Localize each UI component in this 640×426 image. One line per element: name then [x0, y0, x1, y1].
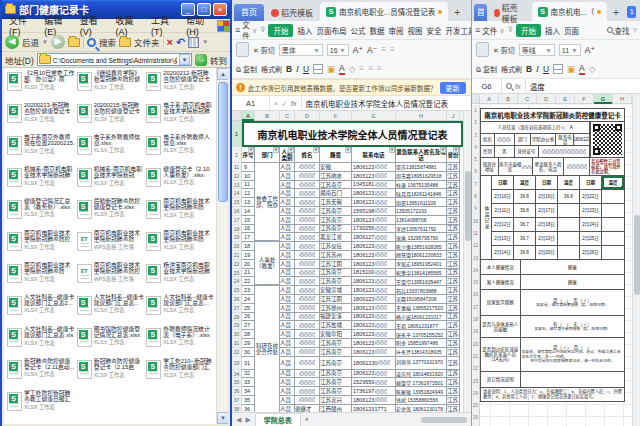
column-letter-H[interactable]: H [613, 94, 632, 104]
file-item[interactable]: 电子系外聘教师人信息.xlsxXLSX 工作表 [146, 134, 214, 166]
cell[interactable]: 1806123 [352, 172, 396, 181]
name-box[interactable]: A1 [232, 96, 270, 110]
cell[interactable]: 陈少惠13851628285 [396, 242, 447, 251]
cancel-icon[interactable]: × [274, 99, 278, 108]
cell[interactable]: 江苏苏州 [320, 251, 352, 260]
cell[interactable]: 江苏 [447, 163, 460, 172]
row-number[interactable]: 38 [232, 405, 241, 412]
dept-value[interactable]: 学院办公室 [531, 134, 557, 145]
cell[interactable]: 人员 [280, 330, 295, 339]
table-row[interactable]: 36人员谢继才江西赣州18061231771彭金莲 18061230178江苏 [242, 405, 463, 412]
cell[interactable]: 人员 [280, 396, 295, 405]
cell[interactable]: 江苏无锡 [320, 198, 352, 207]
grow-font-icon[interactable]: A⁺ [353, 45, 363, 55]
cell[interactable] [255, 286, 280, 295]
cell[interactable]: 江苏南京 [320, 225, 352, 234]
cell[interactable] [255, 339, 280, 348]
table-row[interactable]: 32人员江苏南京1806123凌芳伟 18014831920江苏 [242, 370, 463, 379]
cell[interactable]: 人员 [280, 295, 295, 304]
cell[interactable]: 江苏南京 [320, 207, 352, 216]
new-tab-button[interactable]: + [609, 4, 623, 21]
scrollbar-thumb[interactable] [218, 82, 228, 202]
address-input[interactable]: C:\Documents and Settings\Administrator\… [37, 53, 192, 66]
scroll-down-icon[interactable]: ▼ [217, 412, 228, 424]
underline-button[interactable]: U [543, 64, 549, 74]
grow-font-icon[interactable]: A⁺ [585, 45, 595, 55]
cell[interactable]: 15 [242, 216, 255, 225]
filter-dropdown-icon[interactable]: ▼ [248, 147, 254, 153]
cell[interactable]: 江苏江阴 [320, 295, 352, 304]
cell[interactable]: 30 [242, 348, 255, 357]
cell[interactable] [295, 387, 320, 396]
borders-icon[interactable] [553, 64, 563, 74]
address-value[interactable]: 南京市鼓楼区 [499, 158, 533, 175]
cell[interactable]: 1806123 [352, 330, 396, 339]
cell[interactable]: 阳金 15851997486 [396, 339, 447, 348]
cell[interactable]: 1806123 [352, 396, 396, 405]
address-dropdown-icon[interactable]: ▼ [179, 54, 190, 65]
cell[interactable]: 江苏 [447, 370, 460, 379]
row-number[interactable]: 25 [232, 286, 241, 295]
cell[interactable]: 江苏 [447, 330, 460, 339]
temp-cell[interactable]: 36.8 [558, 190, 580, 203]
file-item[interactable]: 《2月10日党委工作部、办公室》南京...XLSX 工作表 [7, 70, 75, 102]
temp-cell[interactable]: 2月11日 [492, 204, 514, 217]
q1-content[interactable]: 是（ ） 否（ √ ）如果是，请写清隔离措施（起、结束日期） [521, 290, 624, 315]
tab-docer[interactable]: 稻壳模板 [489, 4, 530, 21]
enter-icon[interactable]: ✓ [281, 99, 287, 108]
table-row[interactable]: 25人员江苏徐州1806123王惠娟 13855217520江苏 [242, 304, 463, 313]
row-number[interactable]: 1 [472, 105, 479, 117]
row-number[interactable]: 23 [472, 376, 479, 388]
cell[interactable]: 吴霞15195847208 [396, 295, 447, 304]
chronic-note-cell[interactable]: 若有慢性三高等病史，请写清并在此注明； [590, 158, 624, 175]
cell[interactable]: 13814088708 [396, 216, 447, 225]
borders-icon[interactable] [313, 64, 323, 74]
cell[interactable]: 20 [242, 260, 255, 269]
cell[interactable]: 1806123 [352, 348, 396, 357]
cell[interactable] [255, 321, 280, 330]
temp-cell[interactable]: 36.8 [514, 190, 536, 203]
folders-label[interactable]: 文件夹 [134, 36, 160, 48]
cell[interactable]: 张乘 15295795790 [396, 233, 447, 242]
vertical-scrollbar[interactable] [632, 95, 640, 426]
views-icon[interactable] [188, 37, 199, 48]
table-row[interactable]: 23人员安徽宣城1806123石兵13337803888江苏 [242, 286, 463, 295]
row-number[interactable]: 32 [232, 348, 241, 357]
table-row[interactable]: 17人员黑龙江省1806127张乘 15295795790江苏 [242, 233, 463, 242]
fill-color-icon[interactable]: ▣ [327, 64, 335, 74]
cell[interactable]: 24 [242, 295, 255, 304]
cell[interactable]: 江苏南京 [320, 387, 352, 396]
file-menu[interactable]: ≡文件∨ [475, 25, 505, 36]
menu-视图[interactable]: 视图 [407, 25, 422, 36]
menu-安全[interactable]: 安全 [426, 25, 441, 36]
menu-item[interactable]: 工具(T) [146, 14, 181, 37]
cell[interactable] [295, 370, 320, 379]
cell[interactable]: 周晨13951611109 [396, 198, 447, 207]
table-row[interactable]: 28人员安徽阜阳1806123张永千 13705155252江苏 [242, 330, 463, 339]
temp-cell[interactable]: 2月17日 [536, 204, 558, 217]
cell[interactable] [295, 396, 320, 405]
cell[interactable]: 安徽 [320, 163, 352, 172]
cell[interactable] [295, 277, 320, 286]
cell[interactable]: 人员 [280, 260, 295, 269]
cell[interactable]: 人员 [280, 242, 295, 251]
undo-icon[interactable]: ↶ [176, 36, 185, 49]
shrink-font-icon[interactable]: A⁻ [367, 45, 377, 55]
row-number[interactable]: 24 [232, 277, 241, 286]
add-sheet-button[interactable]: + [305, 416, 309, 423]
cell[interactable]: 33 [242, 378, 255, 387]
row-number[interactable]: 3 [472, 130, 479, 142]
file-item[interactable]: 人文社科系--健康卡建议部门汇总表...XLSX 工作表 [146, 294, 214, 326]
cell[interactable]: 杜康 13675135488 [396, 181, 447, 190]
row-number[interactable]: 8 [472, 191, 479, 203]
temp-cell[interactable] [602, 190, 624, 203]
menu-item[interactable]: 查看(V) [75, 14, 111, 37]
cell[interactable]: 1806123 [352, 321, 396, 330]
q3-label[interactable]: 是否到过疫区或接触疫区来返人员（14天内） [481, 338, 521, 371]
cell[interactable]: 黑龙江省 [320, 233, 352, 242]
table-row[interactable]: 15人员江苏南京180612313814088708江苏 [242, 216, 463, 225]
table-row[interactable]: 26人员福建安溪1806123杨小波18061231017江苏 [242, 313, 463, 322]
file-item[interactable]: 20200215-新冠肺炎防控健康登记卡汇总...XLSX 工作表 [77, 102, 145, 134]
bold-button[interactable]: B [526, 64, 532, 74]
sheet-tab[interactable]: 学院总表 [255, 413, 301, 426]
